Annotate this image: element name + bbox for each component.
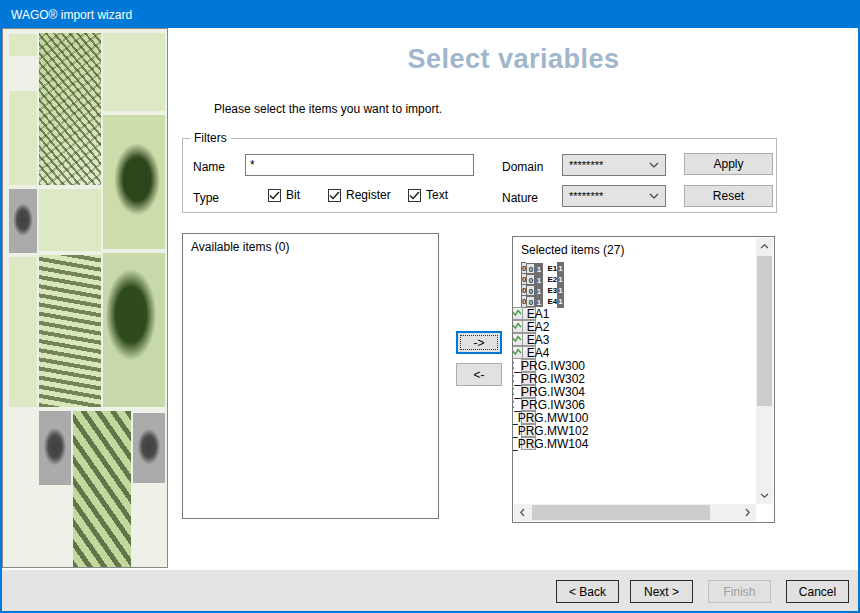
list-item-label: E3: [547, 285, 557, 296]
list-item-label: E4: [547, 296, 557, 307]
list-item[interactable]: PLC_PRG.IW300: [521, 359, 536, 372]
list-item[interactable]: EA2: [521, 320, 536, 333]
domain-label: Domain: [502, 160, 543, 174]
list-item[interactable]: EA3: [521, 333, 536, 346]
apply-button-label: Apply: [713, 157, 743, 171]
move-to-available-label: <-: [473, 368, 484, 382]
reset-button[interactable]: Reset: [684, 185, 773, 207]
finish-button-label: Finish: [723, 585, 755, 599]
scroll-left-arrow[interactable]: [514, 504, 531, 521]
page-subtitle: Please select the items you want to impo…: [214, 102, 442, 116]
list-item[interactable]: PLC_PRG.MW102: [521, 424, 536, 437]
collage-tile: [39, 255, 101, 407]
list-item-label: PLC_PRG.IW302: [513, 372, 585, 386]
product-collage: [2, 28, 168, 568]
list-item[interactable]: PLC_PRG.IW306: [521, 398, 536, 411]
wizard-footer: < Back Next > Finish Cancel: [2, 570, 858, 611]
list-item-label: EA2: [527, 320, 550, 334]
checkmark-icon: [268, 189, 281, 202]
vertical-scrollbar[interactable]: [756, 238, 773, 504]
titlebar[interactable]: WAGO® import wizard: [2, 2, 858, 28]
list-item-label: EA3: [527, 333, 550, 347]
text-checkbox[interactable]: Text: [408, 188, 448, 202]
list-item-label: PLC_PRG.MW100: [513, 411, 588, 425]
page-title: Select variables: [169, 44, 858, 75]
selected-items-list[interactable]: Selected items (27) E1: [512, 236, 775, 523]
nature-label: Nature: [502, 191, 538, 205]
reset-button-label: Reset: [713, 189, 744, 203]
list-item[interactable]: PLC_PRG.MW100: [521, 411, 536, 424]
cancel-button[interactable]: Cancel: [786, 580, 849, 603]
cancel-button-label: Cancel: [799, 585, 836, 599]
checkmark-icon: [408, 189, 421, 202]
back-button-label: < Back: [569, 585, 606, 599]
domain-dropdown-value: ********: [569, 159, 603, 171]
list-item-label: PLC_PRG.IW300: [513, 359, 585, 373]
checkmark-icon: [328, 189, 341, 202]
next-button[interactable]: Next >: [630, 580, 693, 603]
horizontal-scrollbar[interactable]: [514, 504, 756, 521]
register-icon: [513, 307, 523, 320]
list-item[interactable]: PLC_PRG.IW302: [521, 372, 536, 385]
list-item-label: PLC_PRG.IW304: [513, 385, 585, 399]
chevron-down-icon: [649, 193, 659, 199]
register-icon: [513, 333, 523, 346]
wizard-page: Select variables Please select the items…: [169, 28, 858, 570]
back-button[interactable]: < Back: [556, 580, 619, 603]
list-item-label: PLC_PRG.MW104: [513, 437, 588, 451]
register-checkbox-label: Register: [346, 188, 391, 202]
filters-groupbox: Filters Name Domain ******** Apply Type …: [182, 138, 777, 213]
list-item[interactable]: EA1: [521, 307, 536, 320]
bit-checkbox-label: Bit: [286, 188, 300, 202]
collage-tile: [9, 189, 37, 253]
list-item-label: EA4: [527, 346, 550, 360]
vertical-scroll-thumb[interactable]: [757, 256, 772, 406]
horizontal-scroll-thumb[interactable]: [532, 505, 710, 520]
filters-legend: Filters: [190, 131, 231, 145]
apply-button[interactable]: Apply: [684, 153, 773, 175]
move-to-available-button[interactable]: <-: [456, 363, 502, 386]
selected-items-rows: E1 E2 E3: [521, 263, 756, 450]
list-item-label: PLC_PRG.MW102: [513, 424, 588, 438]
scroll-down-arrow[interactable]: [756, 487, 773, 504]
list-item[interactable]: E4: [521, 296, 538, 307]
scroll-up-arrow[interactable]: [756, 238, 773, 255]
collage-tile: [9, 34, 37, 56]
register-icon: [513, 320, 523, 333]
available-items-list[interactable]: Available items (0): [182, 233, 439, 519]
available-items-header: Available items (0): [191, 240, 438, 260]
list-item-label: EA1: [527, 307, 550, 321]
name-filter-input[interactable]: [245, 154, 474, 176]
bit-icon: [526, 296, 543, 307]
collage-tile: [73, 411, 131, 568]
wizard-window: WAGO® import wizard Select variables Ple…: [0, 0, 860, 613]
list-item[interactable]: EA4: [521, 346, 536, 359]
list-item-label: E1: [547, 263, 557, 274]
bit-checkbox[interactable]: Bit: [268, 188, 300, 202]
collage-tile: [103, 253, 165, 407]
collage-tile: [39, 33, 101, 185]
bit-icon: [526, 285, 543, 296]
name-label: Name: [193, 160, 225, 174]
domain-dropdown[interactable]: ********: [562, 154, 666, 176]
collage-tile: [103, 115, 165, 249]
finish-button: Finish: [708, 580, 771, 603]
move-to-selected-label: ->: [473, 336, 484, 350]
move-to-selected-button[interactable]: ->: [456, 331, 502, 354]
bit-icon: [526, 263, 543, 274]
nature-dropdown[interactable]: ********: [562, 185, 666, 207]
bit-icon: [526, 274, 543, 285]
collage-tile: [9, 257, 37, 407]
collage-tile: [39, 189, 101, 251]
scroll-right-arrow[interactable]: [739, 504, 756, 521]
collage-tile: [9, 91, 37, 185]
nature-dropdown-value: ********: [569, 190, 603, 202]
register-checkbox[interactable]: Register: [328, 188, 391, 202]
list-item[interactable]: PLC_PRG.MW104: [521, 437, 536, 450]
window-title: WAGO® import wizard: [11, 8, 132, 22]
collage-tile: [103, 33, 165, 111]
type-label: Type: [193, 191, 219, 205]
chevron-down-icon: [649, 162, 659, 168]
text-checkbox-label: Text: [426, 188, 448, 202]
list-item[interactable]: PLC_PRG.IW304: [521, 385, 536, 398]
